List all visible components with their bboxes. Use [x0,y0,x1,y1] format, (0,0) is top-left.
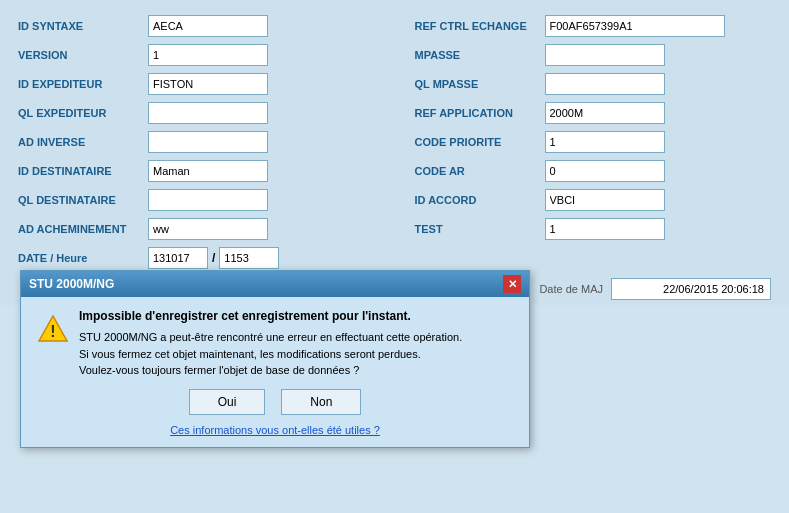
date-maj-value: 22/06/2015 20:06:18 [611,278,771,300]
non-button[interactable]: Non [281,389,361,415]
field-row-code-ar: CODE AR [415,159,772,183]
dialog-buttons: Oui Non [37,389,513,415]
field-row-test: TEST [415,217,772,241]
dialog-close-button[interactable]: ✕ [503,275,521,293]
dialog-sub-line1: STU 2000M/NG a peut-être rencontré une e… [79,331,462,343]
field-row-ad-acheminement: AD ACHEMINEMENT [18,217,395,241]
field-row-ql-expediteur: QL EXPEDITEUR [18,101,395,125]
field-row-ref-ctrl-echange: REF CTRL ECHANGE [415,14,772,38]
label-ad-inverse: AD INVERSE [18,136,148,148]
input-ql-mpasse[interactable] [545,73,665,95]
help-link[interactable]: Ces informations vous ont-elles été util… [170,424,380,436]
input-mpasse[interactable] [545,44,665,66]
label-id-expediteur: ID EXPEDITEUR [18,78,148,90]
label-version: VERSION [18,49,148,61]
dialog-sub-message: STU 2000M/NG a peut-être rencontré une e… [79,329,513,379]
svg-text:!: ! [50,323,55,340]
dialog-sub-line2: Si vous fermez cet objet maintenant, les… [79,348,421,360]
field-row-id-accord: ID ACCORD [415,188,772,212]
label-ref-ctrl-echange: REF CTRL ECHANGE [415,20,545,32]
field-row-mpasse: MPASSE [415,43,772,67]
label-code-priorite: CODE PRIORITE [415,136,545,148]
field-row-id-destinataire: ID DESTINATAIRE [18,159,395,183]
dialog-sub-line3: Voulez-vous toujours fermer l'objet de b… [79,364,359,376]
dialog-message-row: ! Impossible d'enregistrer cet enregistr… [37,309,513,379]
input-ref-ctrl-echange[interactable] [545,15,725,37]
input-code-ar[interactable] [545,160,665,182]
label-mpasse: MPASSE [415,49,545,61]
dialog-titlebar: STU 2000M/NG ✕ [21,271,529,297]
label-ad-acheminement: AD ACHEMINEMENT [18,223,148,235]
input-ad-acheminement[interactable] [148,218,268,240]
field-row-ad-inverse: AD INVERSE [18,130,395,154]
input-id-syntaxe[interactable] [148,15,268,37]
input-date1[interactable] [148,247,208,269]
label-ref-application: REF APPLICATION [415,107,545,119]
label-id-destinataire: ID DESTINATAIRE [18,165,148,177]
input-version[interactable] [148,44,268,66]
form-grid: ID SYNTAXE VERSION ID EXPEDITEUR QL EXPE… [18,14,771,270]
input-ref-application[interactable] [545,102,665,124]
label-code-ar: CODE AR [415,165,545,177]
label-test: TEST [415,223,545,235]
date-separator: / [212,251,215,265]
label-id-accord: ID ACCORD [415,194,545,206]
dialog-link-row: Ces informations vous ont-elles été util… [37,423,513,437]
field-row-code-priorite: CODE PRIORITE [415,130,772,154]
label-id-syntaxe: ID SYNTAXE [18,20,148,32]
label-ql-expediteur: QL EXPEDITEUR [18,107,148,119]
warning-icon: ! [37,313,69,345]
dialog-window: STU 2000M/NG ✕ ! Impossible d'enregistre… [20,270,530,448]
input-id-destinataire[interactable] [148,160,268,182]
field-row-id-syntaxe: ID SYNTAXE [18,14,395,38]
label-ql-destinataire: QL DESTINATAIRE [18,194,148,206]
input-date2[interactable] [219,247,279,269]
left-column: ID SYNTAXE VERSION ID EXPEDITEUR QL EXPE… [18,14,395,270]
label-date: DATE / Heure [18,252,148,264]
main-panel: ID SYNTAXE VERSION ID EXPEDITEUR QL EXPE… [0,0,789,305]
input-id-expediteur[interactable] [148,73,268,95]
field-row-ql-mpasse: QL MPASSE [415,72,772,96]
field-row-date: DATE / Heure / [18,246,395,270]
input-ql-expediteur[interactable] [148,102,268,124]
input-ad-inverse[interactable] [148,131,268,153]
input-ql-destinataire[interactable] [148,189,268,211]
oui-button[interactable]: Oui [189,389,266,415]
date-maj-label: Date de MAJ [539,283,603,295]
field-row-version: VERSION [18,43,395,67]
dialog-body: ! Impossible d'enregistrer cet enregistr… [21,297,529,447]
dialog-main-message: Impossible d'enregistrer cet enregistrem… [79,309,513,323]
field-row-ref-application: REF APPLICATION [415,101,772,125]
field-row-id-expediteur: ID EXPEDITEUR [18,72,395,96]
input-test[interactable] [545,218,665,240]
dialog-text-block: Impossible d'enregistrer cet enregistrem… [79,309,513,379]
input-id-accord[interactable] [545,189,665,211]
label-ql-mpasse: QL MPASSE [415,78,545,90]
input-code-priorite[interactable] [545,131,665,153]
dialog-title: STU 2000M/NG [29,277,114,291]
field-row-ql-destinataire: QL DESTINATAIRE [18,188,395,212]
right-column: REF CTRL ECHANGE MPASSE QL MPASSE REF AP… [395,14,772,270]
